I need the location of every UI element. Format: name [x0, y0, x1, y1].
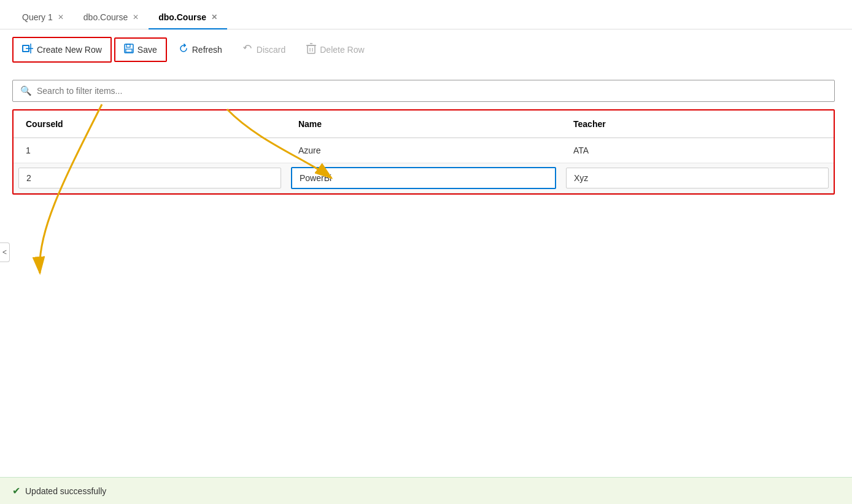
table-header-row: CourseId Name Teacher [14, 110, 834, 138]
delete-row-button[interactable]: Delete Row [297, 37, 373, 62]
col-header-courseid: CourseId [14, 110, 286, 138]
svg-rect-10 [308, 45, 315, 53]
discard-label: Discard [257, 45, 285, 55]
data-table: CourseId Name Teacher 1 Azure ATA [14, 110, 834, 193]
delete-icon [306, 43, 316, 56]
tabs-bar: Query 1 ✕ dbo.Course ✕ dbo.Course ✕ [0, 0, 852, 29]
cell-name-2[interactable] [286, 163, 561, 193]
tab-dbo-course-1[interactable]: dbo.Course ✕ [74, 7, 149, 29]
table-row: 1 Azure ATA [14, 138, 834, 163]
data-table-container: CourseId Name Teacher 1 Azure ATA [12, 109, 835, 195]
refresh-button[interactable]: Refresh [169, 38, 231, 61]
tab-dbo-course-1-label: dbo.Course [83, 12, 128, 22]
refresh-label: Refresh [192, 45, 222, 55]
status-check-icon: ✔ [12, 485, 20, 497]
create-new-row-button[interactable]: Create New Row [12, 37, 112, 63]
tab-dbo-course-1-close[interactable]: ✕ [133, 13, 139, 21]
tab-query1-label: Query 1 [22, 12, 53, 22]
cell-teacher-1: ATA [561, 138, 834, 163]
table-row[interactable] [14, 163, 834, 193]
status-message: Updated successfully [25, 486, 106, 496]
cell-courseid-2[interactable] [14, 163, 286, 193]
tab-query1-close[interactable]: ✕ [58, 13, 64, 21]
delete-row-label: Delete Row [320, 45, 364, 55]
create-row-icon [22, 43, 33, 56]
svg-rect-9 [126, 49, 132, 52]
create-new-row-label: Create New Row [37, 45, 102, 55]
sidebar-collapse-button[interactable]: < [0, 242, 10, 262]
chevron-left-icon: < [2, 248, 7, 257]
toolbar: Create New Row Save Refresh Discard [0, 29, 852, 70]
input-name-2[interactable] [291, 167, 556, 189]
input-teacher-2[interactable] [566, 168, 829, 188]
search-bar[interactable]: 🔍 [12, 80, 835, 102]
search-icon: 🔍 [20, 85, 32, 96]
col-header-name: Name [286, 110, 561, 138]
save-button[interactable]: Save [114, 37, 167, 62]
search-input[interactable] [37, 86, 827, 96]
status-bar: ✔ Updated successfully [0, 477, 852, 504]
discard-icon [243, 44, 253, 56]
content-area: 🔍 CourseId Name Teacher 1 Azure ATA [0, 70, 852, 195]
discard-button[interactable]: Discard [234, 38, 295, 61]
tab-dbo-course-2-label: dbo.Course [158, 12, 206, 22]
cell-teacher-2[interactable] [561, 163, 834, 193]
col-header-teacher: Teacher [561, 110, 834, 138]
cell-name-1: Azure [286, 138, 561, 163]
tab-dbo-course-2-close[interactable]: ✕ [211, 13, 217, 21]
cell-courseid-1: 1 [14, 138, 286, 163]
tab-query1[interactable]: Query 1 ✕ [12, 7, 74, 29]
input-courseid-2[interactable] [18, 168, 281, 188]
save-icon [124, 44, 134, 56]
tab-dbo-course-2[interactable]: dbo.Course ✕ [149, 7, 227, 29]
save-label: Save [137, 45, 157, 55]
refresh-icon [179, 44, 188, 56]
